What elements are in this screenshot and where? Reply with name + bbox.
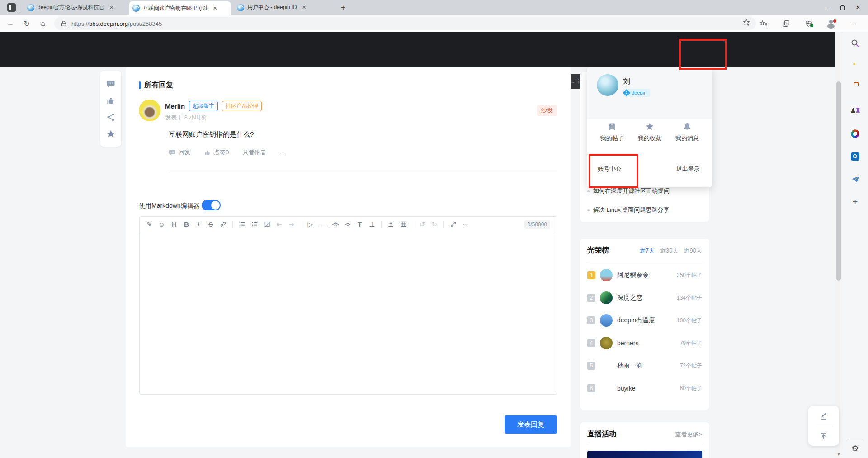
my-favorites-button[interactable]: 我的收藏 [638, 122, 661, 143]
edit-mode-icon[interactable]: ✎ [146, 220, 152, 229]
browser-menu-icon[interactable]: ··· [846, 15, 862, 32]
indent-icon[interactable]: ⇥ [288, 220, 295, 229]
window-maximize-button[interactable] [835, 0, 850, 15]
sidebar-outlook-icon[interactable]: O [850, 152, 860, 162]
user-name[interactable]: 秋雨一滴 [617, 362, 642, 370]
tab-close-icon[interactable]: ✕ [108, 4, 115, 11]
sidebar-settings-gear-icon[interactable]: ⚙ [851, 444, 859, 453]
live-event-banner[interactable] [587, 451, 702, 458]
comments-icon[interactable] [106, 79, 115, 88]
italic-icon[interactable]: I [195, 220, 202, 228]
code-block-icon[interactable]: </> [332, 221, 338, 228]
user-name[interactable]: buyike [617, 385, 635, 392]
tab-7days[interactable]: 近7天 [640, 247, 655, 255]
dropdown-user-avatar[interactable] [597, 74, 618, 96]
window-close-button[interactable]: ✕ [850, 0, 866, 15]
emoji-icon[interactable]: ☺ [158, 220, 165, 228]
add-favorite-icon[interactable] [742, 19, 750, 29]
scrollbar-thumb[interactable] [836, 81, 841, 281]
undo-icon[interactable]: ↺ [419, 220, 425, 229]
user-name[interactable]: 阿尼樱奈奈 [617, 271, 649, 279]
upload-icon[interactable] [387, 221, 394, 228]
browser-tab-2-active[interactable]: 互联网账户密钥在哪里可以 ✕ [129, 1, 231, 15]
scrollbar-down-arrow[interactable]: ▾ [835, 451, 842, 457]
sidebar-search-icon[interactable] [850, 38, 860, 48]
outdent-icon[interactable]: ⇤ [276, 220, 283, 229]
browser-tab-1[interactable]: deepin官方论坛-深度科技官 ✕ [24, 0, 127, 15]
tab-close-icon[interactable]: ✕ [300, 4, 308, 11]
user-name[interactable]: berners [617, 339, 638, 347]
collections-icon[interactable] [778, 15, 794, 32]
url-field[interactable]: https://bbs.deepin.org/post/258345 [54, 17, 756, 30]
markdown-toggle-switch[interactable] [202, 200, 221, 210]
reply-editor[interactable]: ✎ ☺ H B I S ☑ ⇤ ⇥ ▷ — </> <> Ŧ ⊥ ↺ ↻ [139, 216, 557, 395]
back-to-top-button[interactable] [808, 426, 839, 446]
bold-icon[interactable]: B [183, 220, 189, 228]
reply-author-avatar[interactable] [139, 100, 160, 121]
pencil-icon [819, 411, 828, 420]
browser-tab-3[interactable]: 用户中心 - deepin ID ✕ [233, 0, 335, 15]
tab-90days[interactable]: 近90天 [684, 247, 702, 255]
page-scrollbar[interactable]: ▾ [835, 32, 842, 458]
reply-button[interactable]: 回复 [169, 148, 190, 157]
back-icon[interactable]: ← [4, 15, 17, 32]
tab-activity-icon[interactable] [7, 3, 16, 12]
sidebar-shopping-icon[interactable] [850, 61, 860, 71]
my-messages-button[interactable]: 我的消息 [675, 122, 699, 143]
favorite-star-icon[interactable] [106, 129, 115, 138]
sidebar-tools-icon[interactable] [850, 84, 860, 94]
editor-textarea[interactable] [140, 232, 557, 394]
task-list-icon[interactable]: ☑ [264, 220, 270, 229]
see-more-link[interactable]: 查看更多> [675, 430, 702, 439]
browser-profile-icon[interactable] [824, 15, 839, 32]
more-actions-icon[interactable]: ··· [279, 149, 287, 156]
ordered-list-icon[interactable] [251, 221, 258, 228]
user-name[interactable]: deepin有温度 [617, 316, 655, 324]
sidebar-add-icon[interactable]: + [850, 197, 860, 207]
logout-button[interactable]: 退出登录 [676, 165, 700, 173]
like-button[interactable]: 点赞0 [204, 148, 229, 157]
reply-actions: 回复 点赞0 只看作者 ··· [169, 148, 287, 157]
sidebar-drop-icon[interactable] [850, 174, 860, 184]
strikethrough-icon[interactable]: S [208, 220, 214, 228]
align-top-icon[interactable]: Ŧ [357, 220, 363, 228]
inline-code-icon[interactable]: <> [344, 221, 351, 228]
honor-row[interactable]: 6 buyike 60个帖子 [587, 377, 702, 400]
author-only-button[interactable]: 只看作者 [242, 148, 266, 157]
heading-icon[interactable]: H [171, 220, 177, 228]
my-posts-button[interactable]: 我的帖子 [600, 122, 624, 143]
new-tab-button[interactable]: + [338, 3, 348, 13]
tab-close-icon[interactable]: ✕ [211, 5, 219, 12]
like-icon[interactable] [106, 96, 115, 105]
link-icon[interactable] [220, 221, 226, 228]
honor-row[interactable]: 1 阿尼樱奈奈 350个帖子 [587, 264, 702, 286]
pinned-topic-link[interactable]: 解决 Linux 桌面问题思路分享 [587, 206, 669, 214]
user-name[interactable]: 深度之恋 [617, 294, 642, 302]
author-only-label: 只看作者 [242, 148, 266, 157]
honor-row[interactable]: 4 berners 79个帖子 [587, 332, 702, 354]
sidebar-games-icon[interactable]: ♟♜ [850, 106, 860, 116]
toolbar-more-icon[interactable]: ··· [462, 220, 469, 228]
submit-reply-button[interactable]: 发表回复 [505, 415, 557, 434]
fullscreen-icon[interactable] [450, 221, 457, 228]
quote-icon[interactable]: ▷ [307, 220, 313, 229]
honor-row[interactable]: 5 秋雨一滴 72个帖子 [587, 354, 702, 377]
home-icon[interactable]: ⌂ [36, 15, 50, 32]
table-icon[interactable] [400, 221, 407, 228]
favorites-icon[interactable] [756, 15, 771, 32]
redo-icon[interactable]: ↻ [431, 220, 438, 229]
live-events-card: 直播活动 查看更多> [580, 422, 709, 458]
horizontal-rule-icon[interactable]: — [319, 220, 326, 228]
write-post-button[interactable] [808, 406, 839, 426]
unordered-list-icon[interactable] [239, 221, 245, 228]
tab-30days[interactable]: 近30天 [660, 247, 678, 255]
reply-author-name[interactable]: Merlin [165, 102, 185, 110]
browser-essentials-icon[interactable] [801, 15, 816, 32]
share-icon[interactable] [106, 113, 115, 122]
sidebar-m365-icon[interactable] [850, 129, 860, 139]
align-bottom-icon[interactable]: ⊥ [369, 220, 375, 229]
window-minimize-button[interactable]: – [820, 0, 835, 15]
refresh-icon[interactable]: ↻ [20, 15, 33, 32]
honor-row[interactable]: 3 deepin有温度 100个帖子 [587, 309, 702, 332]
honor-row[interactable]: 2 深度之恋 134个帖子 [587, 286, 702, 309]
